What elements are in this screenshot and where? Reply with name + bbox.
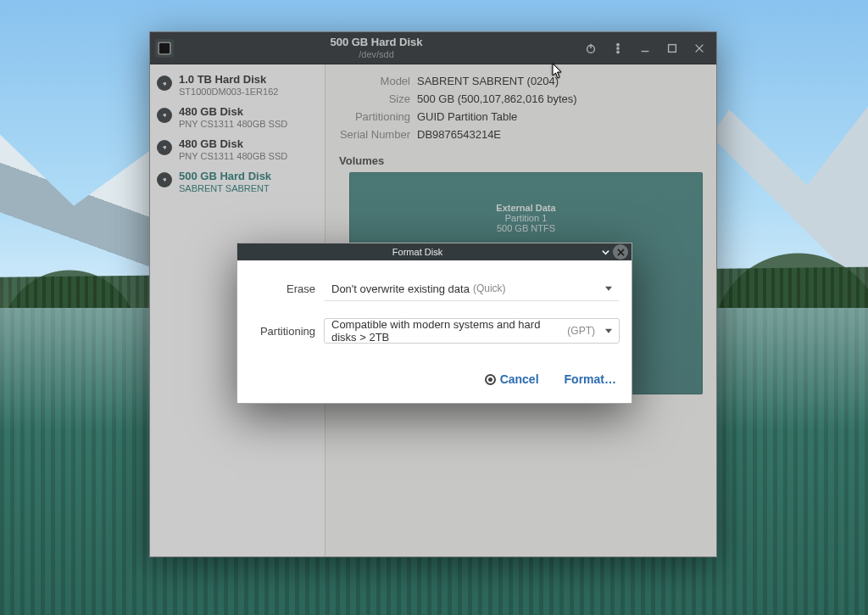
erase-row: Erase Don't overwrite existing data (Qui… bbox=[249, 276, 620, 301]
format-button[interactable]: Format… bbox=[565, 372, 616, 386]
partitioning-label: Partitioning bbox=[249, 325, 315, 338]
partitioning-suffix: (GPT) bbox=[567, 325, 595, 337]
format-disk-dialog: Format Disk Erase Don't overwrite existi… bbox=[236, 243, 632, 404]
dialog-title: Format Disk bbox=[237, 247, 598, 257]
desktop: 500 GB Hard Disk /dev/sdd bbox=[0, 0, 868, 615]
format-label: Format… bbox=[565, 372, 616, 386]
dialog-body: Erase Don't overwrite existing data (Qui… bbox=[237, 260, 632, 362]
partitioning-select[interactable]: Compatible with modern systems and hard … bbox=[324, 318, 620, 344]
radio-icon bbox=[485, 374, 496, 385]
partitioning-row: Partitioning Compatible with modern syst… bbox=[249, 318, 620, 344]
cancel-label: Cancel bbox=[500, 372, 539, 386]
cancel-button[interactable]: Cancel bbox=[485, 372, 539, 386]
erase-suffix: (Quick) bbox=[473, 282, 506, 294]
chevron-down-icon bbox=[605, 287, 612, 291]
dialog-close-icon[interactable] bbox=[613, 244, 628, 260]
dialog-titlebar: Format Disk bbox=[237, 243, 632, 260]
chevron-down-icon bbox=[605, 329, 612, 333]
dialog-actions: Cancel Format… bbox=[237, 362, 632, 403]
erase-select[interactable]: Don't overwrite existing data (Quick) bbox=[324, 276, 620, 301]
erase-label: Erase bbox=[249, 282, 315, 295]
dialog-collapse-icon[interactable] bbox=[598, 244, 613, 260]
partitioning-value: Compatible with modern systems and hard … bbox=[331, 318, 564, 344]
erase-value: Don't overwrite existing data bbox=[331, 282, 470, 295]
